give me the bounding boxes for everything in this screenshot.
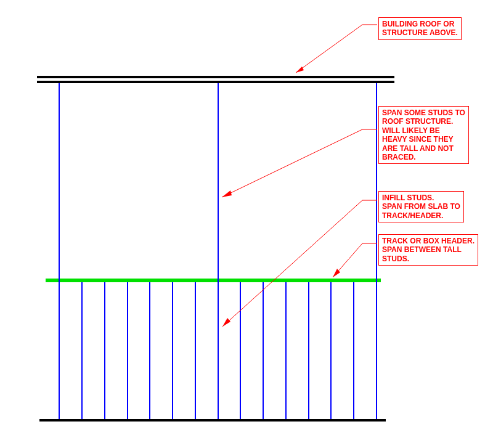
leader-lines	[0, 0, 493, 448]
infill-stud	[240, 282, 241, 419]
infill-stud	[149, 282, 150, 419]
svg-line-10	[333, 243, 362, 277]
slab-line	[39, 419, 386, 422]
infill-stud	[172, 282, 173, 419]
tall-stud	[376, 83, 377, 419]
svg-marker-5	[222, 190, 232, 197]
infill-stud	[81, 282, 83, 419]
infill-stud	[285, 282, 287, 419]
diagram-stage: BUILDING ROOF OR STRUCTURE ABOVE. SPAN S…	[0, 0, 493, 448]
roof-line-bottom	[37, 81, 394, 83]
tall-stud	[59, 83, 60, 419]
tall-stud	[218, 83, 219, 419]
infill-stud	[353, 282, 354, 419]
note-header: TRACK OR BOX HEADER. SPAN BETWEEN TALL S…	[378, 234, 478, 266]
note-tall: SPAN SOME STUDS TO ROOF STRUCTURE. WILL …	[378, 106, 469, 164]
note-roof: BUILDING ROOF OR STRUCTURE ABOVE.	[378, 17, 462, 40]
infill-stud	[104, 282, 105, 419]
roof-line-top	[37, 76, 394, 78]
svg-line-4	[222, 129, 362, 197]
infill-stud	[263, 282, 264, 419]
infill-stud	[127, 282, 128, 419]
infill-stud	[330, 282, 332, 419]
svg-line-1	[296, 25, 362, 73]
infill-stud	[195, 282, 196, 419]
svg-line-7	[222, 200, 362, 327]
svg-marker-11	[333, 269, 340, 277]
infill-stud	[308, 282, 309, 419]
note-infill: INFILL STUDS. SPAN FROM SLAB TO TRACK/HE…	[378, 191, 464, 222]
svg-marker-2	[296, 67, 304, 73]
svg-marker-8	[222, 318, 230, 327]
